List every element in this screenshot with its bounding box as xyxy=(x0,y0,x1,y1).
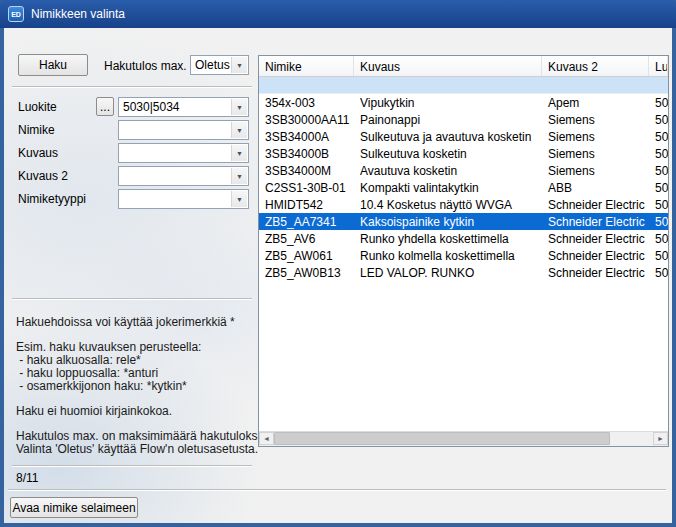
chevron-down-icon: ▼ xyxy=(231,57,247,73)
horizontal-scrollbar[interactable]: ◄ ► xyxy=(259,431,668,446)
table-cell: 3SB34000B xyxy=(259,147,354,161)
table-cell: Schneider Electric xyxy=(542,266,649,280)
table-row[interactable]: ZB5_AW061Runko kolmella koskettimellaSch… xyxy=(259,247,668,264)
table-cell: Siemens xyxy=(542,130,649,144)
table-row[interactable]: 3SB30000AA11PainonappiSiemens5030 xyxy=(259,111,668,128)
table-cell: ZB5_AA7341 xyxy=(259,215,354,229)
table-cell: ABB xyxy=(542,181,649,195)
table-row[interactable]: ZB5_AV6Runko yhdella koskettimellaSchnei… xyxy=(259,230,668,247)
table-cell: 5030 xyxy=(649,96,668,110)
table-cell: Schneider Electric xyxy=(542,215,649,229)
table-cell: 5030 xyxy=(649,266,668,280)
table-cell: 5030 xyxy=(649,164,668,178)
table-cell: Apem xyxy=(542,96,649,110)
luokite-browse-button[interactable]: ... xyxy=(96,97,114,116)
table-cell: Sulkeutuva ja avautuva kosketin xyxy=(354,130,542,144)
window-title: Nimikkeen valinta xyxy=(31,7,125,21)
table-filter-row[interactable] xyxy=(259,77,668,94)
table-cell: Schneider Electric xyxy=(542,198,649,212)
table-cell: Runko kolmella koskettimella xyxy=(354,249,542,263)
help-text: Hakuehdoissa voi käyttää jokerimerkkiä *… xyxy=(16,316,254,456)
max-results-value: Oletus xyxy=(195,58,230,72)
table-row[interactable]: 3SB34000BSulkeutuva kosketinSiemens5030 xyxy=(259,145,668,162)
table-cell: C2SS1-30B-01 xyxy=(259,181,354,195)
scrollbar-thumb[interactable] xyxy=(274,432,610,445)
field-label-kuvaus2: Kuvaus 2 xyxy=(18,169,68,183)
table-cell: 3SB30000AA11 xyxy=(259,113,354,127)
kuvaus-select[interactable]: ▼ xyxy=(118,143,249,163)
column-header[interactable]: Nimike xyxy=(259,56,354,76)
table-body: 354x-003VipukytkinApem50303SB30000AA11Pa… xyxy=(259,94,668,281)
divider xyxy=(12,465,252,467)
table-cell: Schneider Electric xyxy=(542,249,649,263)
table-cell: 5030 xyxy=(649,130,668,144)
table-cell: ZB5_AW061 xyxy=(259,249,354,263)
column-header[interactable]: Kuvaus xyxy=(354,56,542,76)
table-cell: Siemens xyxy=(542,164,649,178)
table-cell: ZB5_AV6 xyxy=(259,232,354,246)
table-cell: 5030 xyxy=(649,198,668,212)
table-cell: 5030 xyxy=(649,181,668,195)
table-cell: 354x-003 xyxy=(259,96,354,110)
table-cell: Schneider Electric xyxy=(542,232,649,246)
field-label-nimike: Nimike xyxy=(18,123,55,137)
dialog-content: Haku Hakutulos max. Oletus ▼ Luokite ...… xyxy=(4,28,672,523)
table-cell: 5030 xyxy=(649,232,668,246)
table-header: NimikeKuvausKuvaus 2Luo xyxy=(259,56,668,77)
table-cell: 3SB34000A xyxy=(259,130,354,144)
table-row[interactable]: ZB5_AW0B13LED VALOP. RUNKOSchneider Elec… xyxy=(259,264,668,281)
help-line: - osamerkkijonon haku: *kytkin* xyxy=(16,380,254,393)
table-row[interactable]: 354x-003VipukytkinApem5030 xyxy=(259,94,668,111)
help-line: Haku ei huomioi kirjainkokoa. xyxy=(16,405,254,418)
column-header[interactable]: Kuvaus 2 xyxy=(542,56,649,76)
field-label-kuvaus: Kuvaus xyxy=(18,146,58,160)
column-header[interactable]: Luo xyxy=(649,56,668,76)
chevron-down-icon: ▼ xyxy=(231,122,247,138)
table-cell: Vipukytkin xyxy=(354,96,542,110)
haku-button[interactable]: Haku xyxy=(18,54,88,76)
result-count: 8/11 xyxy=(16,471,38,485)
divider xyxy=(8,489,666,491)
nimike-select[interactable]: ▼ xyxy=(118,120,249,140)
table-row[interactable]: 3SB34000MAvautuva kosketinSiemens5030 xyxy=(259,162,668,179)
help-line: Valinta 'Oletus' käyttää Flow'n oletusas… xyxy=(16,443,254,456)
table-cell: HMIDT542 xyxy=(259,198,354,212)
scroll-left-icon[interactable]: ◄ xyxy=(259,432,274,445)
results-table: NimikeKuvausKuvaus 2Luo 354x-003Vipukytk… xyxy=(258,55,669,447)
table-cell: Avautuva kosketin xyxy=(354,164,542,178)
chevron-down-icon: ▼ xyxy=(231,99,247,115)
divider xyxy=(12,86,252,88)
table-cell: Kompakti valintakytkin xyxy=(354,181,542,195)
table-cell: 5030 xyxy=(649,147,668,161)
table-cell: Kaksoispainike kytkin xyxy=(354,215,542,229)
max-results-select[interactable]: Oletus ▼ xyxy=(190,55,249,75)
divider xyxy=(12,298,252,300)
nimiketyyppi-select[interactable]: ▼ xyxy=(118,189,249,209)
table-row[interactable]: ZB5_AA7341Kaksoispainike kytkinSchneider… xyxy=(259,213,668,230)
table-cell: Siemens xyxy=(542,147,649,161)
table-cell: Siemens xyxy=(542,113,649,127)
field-label-luokite: Luokite xyxy=(18,100,57,114)
table-cell: Painonappi xyxy=(354,113,542,127)
table-row[interactable]: 3SB34000ASulkeutuva ja avautuva kosketin… xyxy=(259,128,668,145)
scroll-right-icon[interactable]: ► xyxy=(653,432,668,445)
open-in-browser-button[interactable]: Avaa nimike selaimeen xyxy=(10,497,138,518)
table-cell: 5030 xyxy=(649,113,668,127)
table-cell: Runko yhdella koskettimella xyxy=(354,232,542,246)
table-row[interactable]: C2SS1-30B-01Kompakti valintakytkinABB503… xyxy=(259,179,668,196)
table-cell: ZB5_AW0B13 xyxy=(259,266,354,280)
luokite-value: 5030|5034 xyxy=(123,100,180,114)
table-cell: Sulkeutuva kosketin xyxy=(354,147,542,161)
chevron-down-icon: ▼ xyxy=(231,168,247,184)
chevron-down-icon: ▼ xyxy=(231,191,247,207)
field-label-nimiketyyppi: Nimiketyyppi xyxy=(18,192,86,206)
table-row[interactable]: HMIDT54210.4 Kosketus näyttö WVGASchneid… xyxy=(259,196,668,213)
max-results-label: Hakutulos max. xyxy=(104,59,187,73)
kuvaus2-select[interactable]: ▼ xyxy=(118,166,249,186)
table-cell: 10.4 Kosketus näyttö WVGA xyxy=(354,198,542,212)
table-cell: 5030 xyxy=(649,249,668,263)
luokite-select[interactable]: 5030|5034 ▼ xyxy=(118,97,249,117)
app-icon: ED xyxy=(8,6,24,22)
titlebar[interactable]: ED Nimikkeen valinta xyxy=(0,0,676,28)
table-cell: 3SB34000M xyxy=(259,164,354,178)
